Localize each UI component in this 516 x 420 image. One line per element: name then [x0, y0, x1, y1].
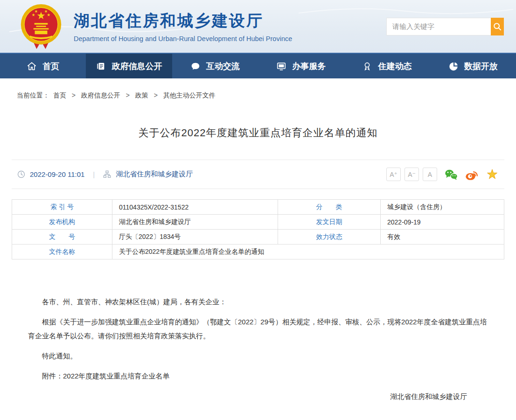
nav-item-interaction[interactable]: 互动交流 — [172, 54, 258, 78]
salutation-paragraph: 各市、州、直管市、神农架林区住(城）建局，各有关企业： — [28, 295, 488, 309]
table-row: 发布机构 湖北省住房和城乡建设厅 发文日期 2022-09-19 — [12, 215, 504, 230]
nav-item-label: 数据开放 — [464, 61, 498, 72]
agency-label: 发布机构 — [12, 215, 112, 230]
weibo-share-icon[interactable] — [465, 168, 478, 181]
category-label: 分 类 — [278, 200, 381, 215]
breadcrumb-item-gov-info[interactable]: 政府信息公开 — [81, 91, 120, 99]
table-row: 文 号 厅头〔2022〕1834号 效力状态 有效 — [12, 230, 504, 245]
national-emblem-logo — [19, 3, 63, 50]
wechat-share-icon[interactable] — [445, 168, 458, 181]
signature: 湖北省住房和城乡建设厅 — [28, 390, 488, 404]
pie-chart-icon — [448, 61, 459, 71]
doc-name-value: 关于公布2022年度建筑业重点培育企业名单的通知 — [112, 245, 504, 259]
search-input[interactable] — [386, 18, 491, 35]
breadcrumb-item-home[interactable]: 首页 — [53, 91, 66, 99]
body-paragraph: 根据《关于进一步加强建筑业重点企业培育的通知》（鄂建文〔2022〕29号）相关规… — [28, 315, 488, 343]
font-smaller-button[interactable]: A⁻ — [404, 168, 419, 181]
document-body: 各市、州、直管市、神农架林区住(城）建局，各有关企业： 根据《关于进一步加强建筑… — [12, 259, 504, 420]
article-title: 关于公布2022年度建筑业重点培育企业名单的通知 — [12, 126, 504, 140]
doc-name-label: 文件名称 — [12, 245, 112, 259]
nav-item-label: 住建动态 — [378, 61, 411, 72]
validity-value: 有效 — [381, 230, 504, 245]
table-row: 文件名称 关于公布2022年度建筑业重点培育企业名单的通知 — [12, 245, 504, 259]
table-row: 索 引 号 01104325X/2022-31522 分 类 城乡建设（含住房） — [12, 200, 504, 215]
issue-date-value: 2022-09-19 — [381, 215, 504, 230]
article-source: 湖北省住房和城乡建设厅 — [116, 170, 193, 179]
site-header: 湖北省住房和城乡建设厅 Department of Housing and Ur… — [0, 0, 516, 53]
search-box — [386, 18, 504, 35]
meta-divider: | — [93, 170, 95, 178]
main-nav: 首页 政府信息公开 互动交流 办事服务 住建动态 — [0, 53, 516, 78]
clock-icon — [17, 170, 25, 178]
breadcrumb: 当前位置： 首页 > 政府信息公开 > 政策 > 其他主动公开文件 — [0, 78, 516, 100]
category-value: 城乡建设（含住房） — [381, 200, 504, 215]
nav-item-open-data[interactable]: 数据开放 — [430, 54, 516, 78]
site-subtitle: Department of Housing and Urban-Rural De… — [74, 35, 292, 42]
article-meta-row: 2022-09-20 11:01 | 湖北省住房和城乡建设厅 A⁺ A⁻ A — [12, 160, 504, 189]
document-meta-table: 索 引 号 01104325X/2022-31522 分 类 城乡建设（含住房）… — [12, 199, 504, 259]
validity-label: 效力状态 — [278, 230, 381, 245]
nav-item-label: 互动交流 — [206, 61, 240, 72]
badge-icon — [362, 61, 372, 71]
breadcrumb-item-policy[interactable]: 政策 — [135, 91, 148, 99]
home-icon — [27, 61, 37, 71]
article-meta-tools: A⁺ A⁻ A — [386, 168, 499, 181]
breadcrumb-separator: > — [72, 91, 76, 99]
nav-item-label: 首页 — [42, 61, 59, 72]
breadcrumb-label: 当前位置： — [17, 91, 49, 99]
attachment-line: 附件：2022年度建筑业重点培育企业名单 — [28, 369, 488, 383]
index-number-label: 索 引 号 — [12, 200, 112, 215]
nav-item-gov-info[interactable]: 政府信息公开 — [86, 54, 172, 78]
nav-item-label: 政府信息公开 — [112, 61, 162, 72]
nav-item-home[interactable]: 首页 — [0, 54, 86, 78]
font-larger-button[interactable]: A⁺ — [386, 168, 401, 181]
issue-date-label: 发文日期 — [278, 215, 381, 230]
publish-time: 2022-09-20 11:01 — [30, 170, 84, 178]
article-container: 关于公布2022年度建筑业重点培育企业名单的通知 2022-09-20 11:0… — [0, 126, 516, 420]
document-icon — [96, 61, 106, 71]
chat-bubble-icon — [190, 61, 201, 71]
doc-number-label: 文 号 — [12, 230, 112, 245]
monitor-icon — [276, 61, 286, 71]
nav-item-news[interactable]: 住建动态 — [344, 54, 430, 78]
source-org-icon — [103, 170, 111, 178]
brand: 湖北省住房和城乡建设厅 Department of Housing and Ur… — [19, 3, 292, 50]
site-title: 湖北省住房和城乡建设厅 — [74, 10, 292, 32]
signature-date: 2022年9月19日 — [28, 417, 488, 420]
nav-item-services[interactable]: 办事服务 — [258, 54, 344, 78]
body-paragraph: 特此通知。 — [28, 349, 488, 363]
search-icon — [493, 22, 502, 31]
index-number-value: 01104325X/2022-31522 — [112, 200, 278, 215]
breadcrumb-item-other-files[interactable]: 其他主动公开文件 — [163, 91, 216, 99]
article-meta-left: 2022-09-20 11:01 | 湖北省住房和城乡建设厅 — [17, 170, 193, 179]
agency-value: 湖北省住房和城乡建设厅 — [112, 215, 278, 230]
font-reset-button[interactable]: A — [423, 168, 437, 181]
breadcrumb-separator: > — [126, 91, 130, 99]
favorite-star-icon[interactable] — [486, 168, 499, 181]
breadcrumb-separator: > — [154, 91, 158, 99]
doc-number-value: 厅头〔2022〕1834号 — [112, 230, 278, 245]
search-button[interactable] — [491, 18, 504, 35]
brand-text: 湖北省住房和城乡建设厅 Department of Housing and Ur… — [74, 10, 292, 42]
nav-item-label: 办事服务 — [292, 61, 326, 72]
